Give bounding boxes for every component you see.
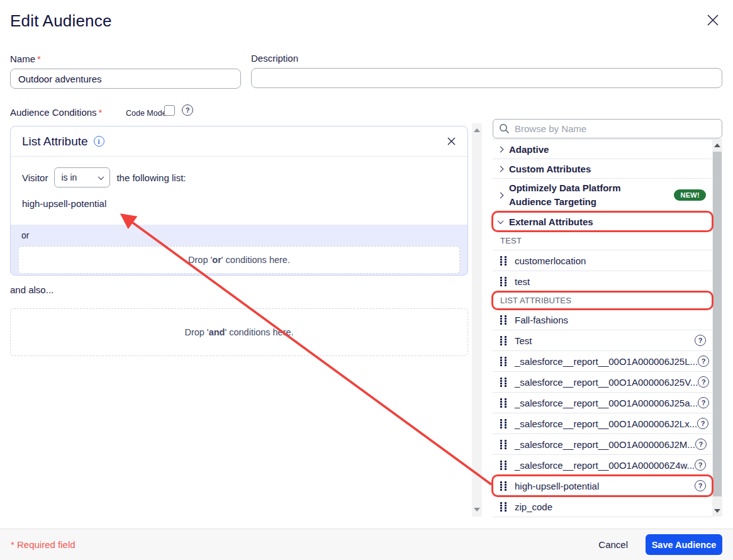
scroll-down-icon[interactable] <box>714 509 720 513</box>
attribute-label: high-upsell-potential <box>515 481 599 491</box>
help-icon[interactable]: ? <box>698 376 709 388</box>
cancel-button[interactable]: Cancel <box>598 539 628 550</box>
attribute-item-high-upsell-potential-highlighted[interactable]: high-upsell-potential? <box>493 476 712 496</box>
following-list-label: the following list: <box>116 172 186 183</box>
attribute-item-salesforce-report-00o1a000006j2m[interactable]: _salesforce__report__00O1A000006J2M...? <box>493 434 712 455</box>
group-label: Custom Attributes <box>509 164 591 174</box>
attribute-list: AdaptiveCustom AttributesOptimizely Data… <box>493 139 722 517</box>
conditions-scrollbar[interactable] <box>472 123 482 517</box>
attribute-label: _salesforce__report__00O1A000006J25a... <box>515 398 698 408</box>
attribute-label: customerlocation <box>515 255 586 266</box>
description-label: Description <box>251 53 298 64</box>
attribute-group-custom-attributes[interactable]: Custom Attributes <box>493 159 712 179</box>
chevron-right-icon <box>498 192 504 198</box>
attribute-label: _salesforce__report__00O1A000006J2Lx... <box>515 418 697 429</box>
attribute-label: _salesforce__report__00O1A000006J2M... <box>515 439 695 450</box>
attribute-label: Test <box>515 335 532 346</box>
attribute-item-salesforce-report-00o1a000006j25a[interactable]: _salesforce__report__00O1A000006J25a...? <box>493 393 712 413</box>
scrollbar-thumb[interactable] <box>713 152 722 496</box>
scroll-up-icon[interactable] <box>474 128 480 132</box>
attribute-item-salesforce-report-00o1a000006j2lx[interactable]: _salesforce__report__00O1A000006J2Lx...? <box>493 413 712 434</box>
attribute-search <box>493 119 722 138</box>
drag-handle-icon[interactable] <box>500 502 507 512</box>
drag-handle-icon[interactable] <box>500 419 507 428</box>
section-header-list-attributes-highlighted: LIST ATTRIBUTES <box>493 292 712 310</box>
condition-card-body: Visitor is in the following list: high-u… <box>11 157 467 225</box>
description-input[interactable] <box>251 68 722 88</box>
remove-condition-icon[interactable] <box>447 137 456 146</box>
help-icon[interactable]: ? <box>698 356 709 367</box>
required-asterisk: * <box>37 53 41 64</box>
condition-card-title: List Attribute <box>22 135 88 148</box>
attribute-item-customerlocation[interactable]: customerlocation <box>493 250 712 271</box>
modal-footer: * Required field Cancel Save Audience <box>0 529 733 560</box>
condition-card-header: List Attribute i <box>11 126 467 157</box>
help-icon[interactable]: ? <box>695 459 706 471</box>
help-icon[interactable]: ? <box>697 418 708 429</box>
selected-list-value: high-upsell-potential <box>22 198 456 209</box>
search-input[interactable] <box>493 119 722 138</box>
condition-card: List Attribute i Visitor is in the follo… <box>10 126 468 276</box>
drag-handle-icon[interactable] <box>500 336 507 345</box>
name-input[interactable] <box>10 69 241 89</box>
code-mode-help-icon[interactable]: ? <box>182 104 193 116</box>
attribute-label: _salesforce__report__00O1A000006J25L... <box>515 356 698 367</box>
chevron-right-icon <box>498 146 504 152</box>
attribute-item-salesforce-report-00o1a000006j25l[interactable]: _salesforce__report__00O1A000006J25L...? <box>493 351 712 372</box>
attribute-label: _salesforce__report__00O1A000006Z4w... <box>515 460 695 471</box>
drag-handle-icon[interactable] <box>500 461 507 470</box>
chevron-right-icon <box>498 165 504 172</box>
or-label: or <box>21 230 460 240</box>
attribute-label: Fall-fashions <box>515 315 568 325</box>
scroll-down-icon[interactable] <box>474 508 480 512</box>
attribute-item-test[interactable]: test <box>493 271 712 292</box>
code-mode-label: Code Mode <box>126 109 167 118</box>
drag-handle-icon[interactable] <box>500 315 507 325</box>
drag-handle-icon[interactable] <box>500 256 507 266</box>
scroll-up-icon[interactable] <box>714 143 720 147</box>
group-label: Adaptive <box>509 144 549 155</box>
name-label: Name* <box>10 53 41 64</box>
and-dropzone[interactable]: Drop 'and' conditions here. <box>10 308 468 356</box>
attribute-group-optimizely-data-platform-audience-target[interactable]: Optimizely Data Platform Audience Target… <box>493 179 712 212</box>
attribute-item-zip-code[interactable]: zip_code <box>493 496 712 517</box>
match-type-select[interactable]: is in <box>54 167 110 188</box>
required-asterisk: * <box>99 107 103 118</box>
drag-handle-icon[interactable] <box>500 440 507 449</box>
help-icon[interactable]: ? <box>695 335 706 346</box>
drag-handle-icon[interactable] <box>500 378 507 387</box>
save-audience-button[interactable]: Save Audience <box>646 534 722 555</box>
help-icon[interactable]: ? <box>698 397 709 408</box>
attribute-group-adaptive[interactable]: Adaptive <box>493 140 712 159</box>
help-icon[interactable]: ? <box>695 439 707 450</box>
attribute-list-scrollbar[interactable] <box>712 140 722 517</box>
visitor-label: Visitor <box>22 172 48 183</box>
chevron-down-icon <box>98 174 104 180</box>
attribute-group-external-attributes-highlighted[interactable]: External Attributes <box>493 212 712 232</box>
section-label: TEST <box>500 236 522 245</box>
edit-audience-modal: Edit Audience Name* Description Audience… <box>0 0 733 560</box>
attribute-label: test <box>515 276 530 287</box>
search-icon <box>499 123 510 137</box>
attribute-item-test[interactable]: Test? <box>493 330 712 351</box>
close-icon[interactable] <box>705 13 720 28</box>
or-section: or Drop 'or' conditions here. <box>11 225 467 274</box>
drag-handle-icon[interactable] <box>500 357 507 366</box>
attribute-item-fall-fashions[interactable]: Fall-fashions <box>493 310 712 330</box>
section-label: LIST ATTRIBUTES <box>500 296 571 305</box>
attribute-label: _salesforce__report__00O1A000006J25V... <box>515 377 698 388</box>
help-icon[interactable]: ? <box>695 480 706 491</box>
drag-handle-icon[interactable] <box>500 277 507 286</box>
page-title: Edit Audience <box>10 11 112 31</box>
attribute-item-salesforce-report-00o1a000006j25v[interactable]: _salesforce__report__00O1A000006J25V...? <box>493 372 712 393</box>
required-field-note: * Required field <box>11 539 76 550</box>
drag-handle-icon[interactable] <box>500 398 507 408</box>
and-also-label: and also... <box>10 284 53 295</box>
code-mode-checkbox[interactable] <box>164 105 175 116</box>
attribute-item-salesforce-report-00o1a000006z4w[interactable]: _salesforce__report__00O1A000006Z4w...? <box>493 455 712 476</box>
group-label: Optimizely Data Platform Audience Target… <box>509 181 655 209</box>
drag-handle-icon[interactable] <box>500 481 507 491</box>
info-icon[interactable]: i <box>94 136 104 147</box>
chevron-down-icon <box>498 218 504 224</box>
or-dropzone[interactable]: Drop 'or' conditions here. <box>18 246 460 274</box>
